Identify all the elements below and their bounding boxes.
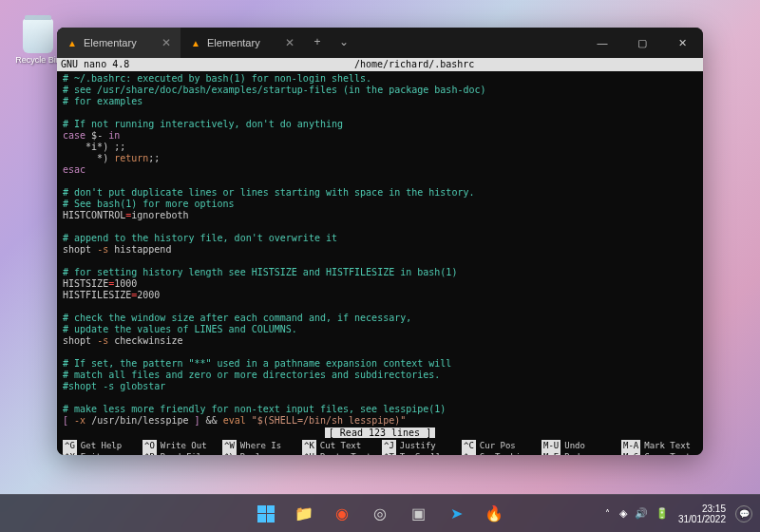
- linux-icon: ▲: [66, 37, 78, 48]
- shortcut: M-UUndo: [542, 440, 618, 451]
- time-label: 23:15: [678, 504, 726, 514]
- shortcut: M-ERedo: [542, 451, 618, 455]
- shortcut: ^TTo Spell: [382, 451, 458, 455]
- shortcut: ^JJustify: [382, 440, 458, 451]
- titlebar[interactable]: ▲ Elementary ✕ ▲ Elementary ✕ + ⌄ — ▢ ✕: [57, 28, 703, 58]
- status-badge: [ Read 123 lines ]: [325, 428, 435, 438]
- recycle-bin-icon: [23, 19, 53, 53]
- maximize-button[interactable]: ▢: [623, 28, 661, 57]
- shortcut: ^RRead File: [142, 451, 218, 455]
- telegram-icon[interactable]: ➤: [439, 497, 473, 531]
- shortcut: ^OWrite Out: [142, 440, 218, 451]
- file-explorer-icon[interactable]: 📁: [287, 497, 321, 531]
- nano-header: GNU nano 4.8 /home/richard/.bashrc: [57, 58, 703, 71]
- new-tab-button[interactable]: +: [304, 28, 331, 56]
- brave-icon[interactable]: ◉: [325, 497, 359, 531]
- tray-chevron-icon[interactable]: ˄: [605, 508, 610, 519]
- taskbar-pinned: 📁 ◉ ◎ ▣ ➤ 🔥: [249, 497, 511, 531]
- terminal-viewport[interactable]: GNU nano 4.8 /home/richard/.bashrc # ~/.…: [57, 58, 703, 455]
- close-tab-icon[interactable]: ✕: [285, 36, 294, 49]
- shortcut: M-AMark Text: [621, 440, 697, 451]
- recycle-bin[interactable]: Recycle Bin: [14, 19, 62, 65]
- close-tab-icon[interactable]: ✕: [162, 36, 171, 49]
- nano-status: [ Read 123 lines ]: [63, 428, 697, 439]
- tab-label: Elementary: [84, 37, 137, 48]
- nano-title: GNU nano 4.8: [61, 59, 129, 70]
- shortcut: ^UPaste Text: [302, 451, 378, 455]
- shortcut: ^CCur Pos: [462, 440, 538, 451]
- notification-icon[interactable]: 💬: [735, 505, 752, 522]
- file-content[interactable]: # ~/.bashrc: executed by bash(1) for non…: [63, 73, 697, 427]
- nano-shortcuts: ^GGet Help^OWrite Out^WWhere Is^KCut Tex…: [63, 440, 697, 455]
- shortcut: M-6Copy Text: [621, 451, 697, 455]
- terminal-icon[interactable]: ▣: [401, 497, 435, 531]
- shortcut: ^WWhere Is: [222, 440, 298, 451]
- date-label: 31/01/2022: [678, 514, 726, 524]
- tab-label: Elementary: [207, 37, 260, 48]
- taskbar[interactable]: 📁 ◉ ◎ ▣ ➤ 🔥 ˄ ◈ 🔊 🔋 23:15 31/01/2022 💬: [0, 494, 760, 532]
- volume-icon[interactable]: 🔊: [635, 507, 648, 520]
- battery-icon[interactable]: 🔋: [656, 507, 669, 520]
- tab-elementary-2[interactable]: ▲ Elementary ✕: [180, 28, 304, 58]
- window-controls: — ▢ ✕: [583, 28, 701, 57]
- system-tray: ˄ ◈ 🔊 🔋 23:15 31/01/2022 💬: [605, 504, 752, 524]
- clock[interactable]: 23:15 31/01/2022: [678, 504, 726, 524]
- nano-filepath: /home/richard/.bashrc: [129, 59, 699, 70]
- close-button[interactable]: ✕: [663, 28, 701, 57]
- wifi-icon[interactable]: ◈: [619, 507, 627, 520]
- shortcut: ^GGet Help: [63, 440, 139, 451]
- tab-strip: ▲ Elementary ✕ ▲ Elementary ✕ + ⌄: [57, 28, 583, 58]
- recycle-bin-label: Recycle Bin: [14, 55, 62, 65]
- obs-icon[interactable]: ◎: [363, 497, 397, 531]
- linux-icon: ▲: [190, 37, 201, 48]
- start-button[interactable]: [249, 497, 283, 531]
- shortcut: ^KCut Text: [302, 440, 378, 451]
- shortcut: ^_Go To Line: [462, 451, 538, 455]
- firefox-icon[interactable]: 🔥: [477, 497, 511, 531]
- windows-logo-icon: [257, 505, 275, 522]
- terminal-window: ▲ Elementary ✕ ▲ Elementary ✕ + ⌄ — ▢ ✕ …: [57, 28, 703, 455]
- tab-dropdown-icon[interactable]: ⌄: [331, 28, 357, 56]
- shortcut: ^\Replace: [222, 451, 298, 455]
- minimize-button[interactable]: —: [583, 28, 621, 57]
- shortcut: ^XExit: [63, 451, 139, 455]
- tab-elementary-1[interactable]: ▲ Elementary ✕: [57, 28, 180, 58]
